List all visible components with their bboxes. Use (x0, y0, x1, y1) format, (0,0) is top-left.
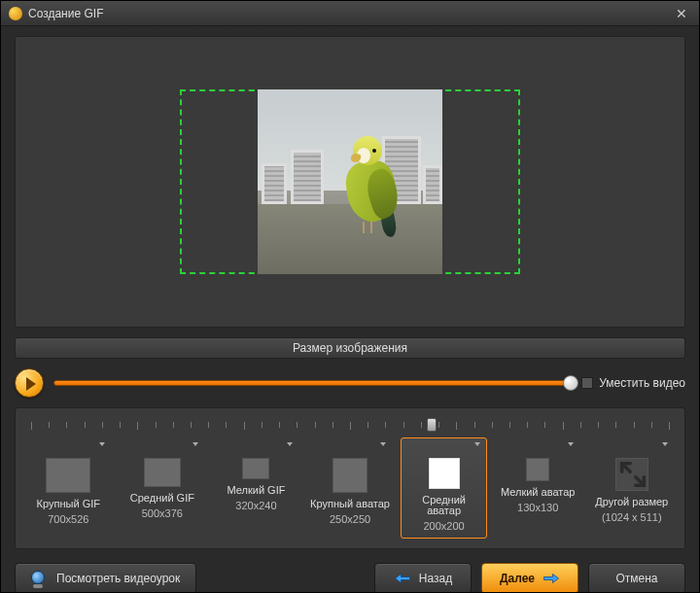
progress-track[interactable] (53, 380, 572, 386)
close-icon[interactable]: ✕ (672, 6, 691, 21)
chevron-down-icon[interactable] (474, 442, 480, 446)
back-label: Назад (419, 572, 452, 585)
chevron-down-icon[interactable] (568, 442, 574, 446)
preset-label: Крупный GIF (37, 499, 100, 509)
expand-icon (615, 458, 648, 491)
preset-label: Средний аватар (403, 495, 484, 516)
preset-card[interactable]: Мелкий аватар130x130 (495, 437, 581, 539)
arrow-right-icon (542, 572, 560, 585)
camera-icon (31, 571, 49, 586)
preset-dimensions: 250x250 (330, 513, 370, 525)
next-label: Далее (500, 572, 535, 585)
back-button[interactable]: Назад (374, 563, 472, 593)
preset-dimensions: 200x200 (423, 520, 464, 532)
preset-dimensions: 500x376 (142, 507, 183, 519)
preset-card[interactable]: Мелкий GIF320x240 (213, 437, 299, 539)
size-swatch (429, 458, 460, 489)
preset-label: Крупный аватар (310, 499, 390, 509)
size-swatch (526, 458, 549, 481)
preset-dimensions: 700x526 (48, 513, 88, 525)
bird-illustration (339, 130, 415, 237)
preset-label: Средний GIF (130, 493, 194, 504)
fit-label: Уместить видео (599, 376, 685, 390)
chevron-down-icon[interactable] (192, 442, 198, 446)
chevron-down-icon[interactable] (380, 442, 386, 446)
size-swatch (332, 458, 368, 493)
preset-label: Другой размер (595, 497, 668, 507)
size-presets: Крупный GIF700x526Средний GIF500x376Мелк… (15, 407, 685, 549)
preset-card[interactable]: Другой размер(1024 x 511) (588, 437, 675, 539)
preset-dimensions: 320x240 (235, 500, 276, 511)
app-icon (9, 7, 22, 20)
chevron-down-icon[interactable] (99, 442, 105, 446)
preset-card[interactable]: Средний GIF500x376 (120, 437, 206, 539)
preset-dimensions: 130x130 (517, 502, 558, 513)
tutorial-label: Посмотреть видеоурок (56, 572, 180, 585)
progress-thumb[interactable] (563, 375, 578, 391)
preset-dimensions: (1024 x 511) (602, 511, 662, 523)
section-header: Размер изображения (15, 337, 685, 359)
preview-area (15, 36, 685, 328)
preset-card[interactable]: Средний аватар200x200 (401, 437, 487, 539)
preview-image (258, 89, 442, 274)
cancel-label: Отмена (615, 572, 657, 585)
tutorial-button[interactable]: Посмотреть видеоурок (15, 563, 196, 593)
preset-label: Мелкий аватар (501, 487, 575, 498)
preset-card[interactable]: Крупный GIF700x526 (25, 437, 112, 539)
play-button[interactable] (15, 368, 44, 398)
section-title: Размер изображения (293, 341, 407, 355)
arrow-left-icon (394, 572, 411, 585)
chevron-down-icon[interactable] (287, 442, 293, 446)
chevron-down-icon[interactable] (662, 442, 668, 446)
ruler-thumb[interactable] (427, 418, 437, 432)
size-swatch (242, 458, 269, 479)
crop-selection[interactable] (180, 89, 520, 274)
titlebar: Создание GIF ✕ (1, 1, 699, 26)
window-title: Создание GIF (28, 7, 672, 20)
checkbox-icon[interactable] (581, 377, 593, 389)
size-swatch (46, 458, 90, 493)
cancel-button[interactable]: Отмена (588, 563, 685, 593)
size-ruler[interactable] (31, 420, 669, 430)
fit-video-option[interactable]: Уместить видео (581, 376, 685, 390)
next-button[interactable]: Далее (481, 563, 578, 593)
size-swatch (144, 458, 181, 487)
preset-card[interactable]: Крупный аватар250x250 (307, 437, 394, 539)
preset-label: Мелкий GIF (227, 485, 285, 496)
